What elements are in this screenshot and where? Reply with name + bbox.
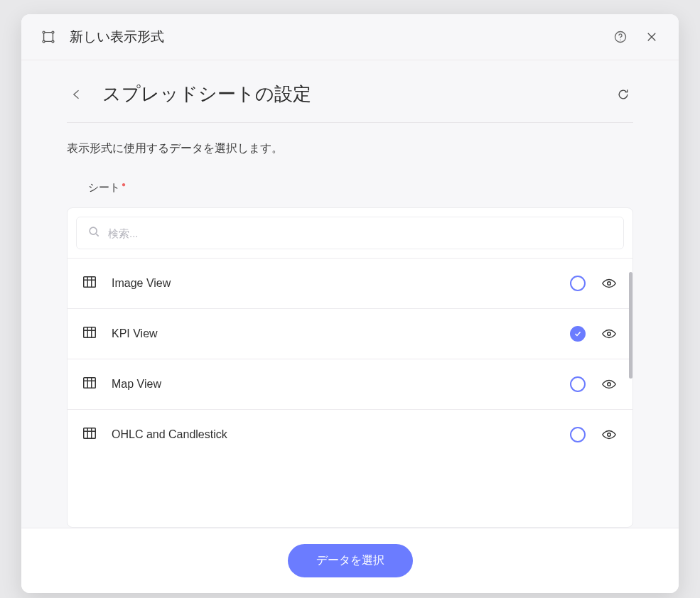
svg-point-9 (608, 282, 611, 286)
sheet-label-text: シート (88, 181, 120, 193)
subheader: スプレッドシートの設定 (67, 82, 633, 123)
table-icon (82, 274, 97, 293)
modal-title: 新しい表示形式 (70, 28, 599, 46)
page-title: スプレッドシートの設定 (102, 82, 598, 107)
table-icon (82, 375, 97, 393)
search-input[interactable] (108, 227, 613, 239)
select-data-button[interactable]: データを選択 (288, 544, 413, 577)
sheet-section-label: シート● (88, 180, 633, 195)
svg-point-7 (90, 227, 97, 234)
search-icon (87, 224, 101, 241)
svg-point-1 (43, 31, 45, 33)
preview-button[interactable] (600, 425, 618, 444)
search-wrap (68, 208, 632, 258)
preview-button[interactable] (600, 325, 618, 343)
table-icon (82, 425, 97, 444)
sheet-row[interactable]: KPI View (68, 308, 632, 359)
svg-point-3 (43, 40, 45, 43)
sheet-list-panel: Image View (67, 207, 633, 528)
sheet-row[interactable]: OHLC and Candlestick (68, 409, 632, 460)
select-radio[interactable] (570, 276, 586, 291)
help-button[interactable] (610, 27, 630, 47)
modal-header: 新しい表示形式 (21, 14, 679, 60)
modal-body: スプレッドシートの設定 表示形式に使用するデータを選択します。 シート● (21, 60, 679, 528)
close-button[interactable] (642, 27, 662, 47)
sheet-name: KPI View (112, 327, 556, 340)
select-radio[interactable] (570, 427, 586, 442)
svg-point-4 (52, 40, 54, 43)
search-box[interactable] (76, 217, 624, 249)
svg-point-13 (608, 383, 611, 386)
required-indicator: ● (122, 180, 126, 188)
svg-rect-14 (84, 428, 96, 439)
modal-footer: データを選択 (21, 528, 679, 593)
svg-point-15 (608, 433, 611, 437)
refresh-button[interactable] (613, 85, 633, 104)
select-radio[interactable] (570, 326, 586, 342)
svg-point-2 (52, 31, 54, 33)
view-type-icon (38, 27, 58, 47)
sheet-name: Image View (112, 277, 556, 290)
sheet-row[interactable]: Image View (68, 258, 632, 308)
sheet-list[interactable]: Image View (68, 258, 632, 527)
svg-rect-12 (84, 378, 96, 388)
sheet-name: Map View (112, 378, 556, 391)
table-icon (82, 325, 97, 343)
svg-point-11 (608, 332, 611, 336)
back-button[interactable] (67, 85, 87, 104)
svg-rect-10 (84, 327, 96, 338)
svg-point-6 (620, 40, 620, 40)
preview-button[interactable] (600, 375, 618, 393)
scrollbar-thumb[interactable] (629, 272, 632, 379)
sheet-name: OHLC and Candlestick (112, 428, 556, 441)
svg-rect-8 (84, 277, 96, 288)
sheet-row[interactable]: Map View (68, 359, 632, 409)
select-radio[interactable] (570, 376, 586, 392)
preview-button[interactable] (600, 274, 618, 293)
svg-rect-0 (44, 33, 53, 42)
new-view-modal: 新しい表示形式 スプレッドシートの設定 (21, 14, 679, 593)
description-text: 表示形式に使用するデータを選択します。 (67, 141, 633, 156)
